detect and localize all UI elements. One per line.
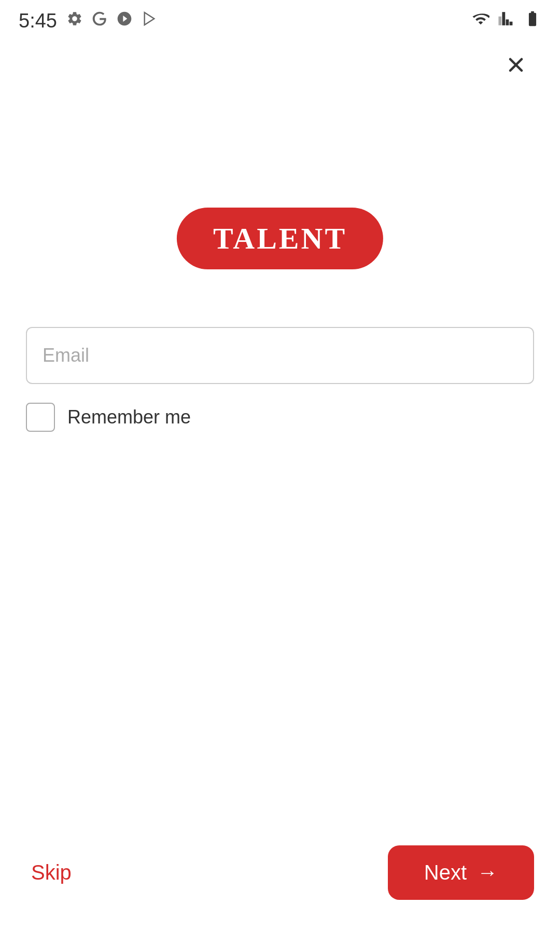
google-icon xyxy=(91,10,108,31)
signal-icon xyxy=(498,10,515,32)
next-button[interactable]: Next → xyxy=(388,845,534,900)
status-bar-left: 5:45 xyxy=(19,10,158,32)
next-arrow-icon: → xyxy=(477,861,498,884)
logo-text: TALENT xyxy=(213,221,347,256)
status-bar-right xyxy=(472,10,541,32)
skip-button[interactable]: Skip xyxy=(26,851,77,895)
battery-icon xyxy=(524,10,541,32)
remember-me-row: Remember me xyxy=(26,403,534,432)
close-icon xyxy=(505,53,527,76)
bottom-actions: Skip Next → xyxy=(26,845,534,900)
email-input-wrapper[interactable] xyxy=(26,327,534,384)
status-time: 5:45 xyxy=(19,10,57,32)
block-icon xyxy=(116,10,133,31)
status-bar: 5:45 xyxy=(0,0,560,37)
remember-me-label: Remember me xyxy=(67,406,191,428)
form-container: Remember me xyxy=(26,327,534,432)
remember-me-checkbox[interactable] xyxy=(26,403,55,432)
play-icon xyxy=(141,10,158,31)
logo-container: TALENT xyxy=(177,208,383,269)
status-icons xyxy=(66,10,158,31)
gear-icon xyxy=(66,10,83,31)
wifi-icon xyxy=(472,10,489,32)
logo-badge: TALENT xyxy=(177,208,383,269)
svg-marker-0 xyxy=(145,12,155,25)
email-input[interactable] xyxy=(43,345,517,366)
close-button[interactable] xyxy=(498,47,534,83)
next-label: Next xyxy=(424,861,467,884)
